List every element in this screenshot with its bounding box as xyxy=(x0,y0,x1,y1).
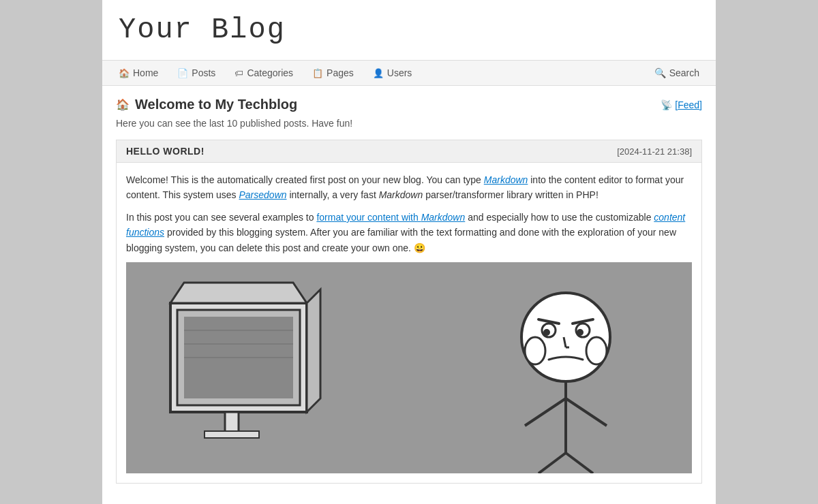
search-icon: 🔍 xyxy=(654,67,666,78)
search-button[interactable]: 🔍 Search xyxy=(645,61,709,85)
nav-categories[interactable]: 🏷 Categories xyxy=(225,61,303,85)
nav-pages-label: Pages xyxy=(327,67,354,78)
nav-home[interactable]: 🏠 Home xyxy=(109,61,168,85)
navbar-left: 🏠 Home 📄 Posts 🏷 Categories 📋 Pages 👤 Us… xyxy=(109,61,645,85)
feed-link[interactable]: 📡 [Feed] xyxy=(661,99,702,110)
nav-pages[interactable]: 📋 Pages xyxy=(303,61,363,85)
main-content: 🏠 Welcome to My Techblog 📡 [Feed] Here y… xyxy=(102,86,716,504)
post-header: HELLO WORLD! [2024-11-21 21:38] xyxy=(117,140,701,163)
home-icon: 🏠 xyxy=(119,68,130,78)
search-label: Search xyxy=(669,67,699,78)
post-paragraph-2: In this post you can see several example… xyxy=(126,210,692,255)
post-date: [2024-11-21 21:38] xyxy=(617,146,692,157)
post-paragraph-1: Welcome! This is the automatically creat… xyxy=(126,172,692,203)
nav-categories-label: Categories xyxy=(247,67,293,78)
nav-posts-label: Posts xyxy=(192,67,215,78)
page-title: Welcome to My Techblog xyxy=(135,97,297,112)
svg-marker-10 xyxy=(307,289,320,412)
svg-point-14 xyxy=(543,329,550,336)
page-title-area: 🏠 Welcome to My Techblog xyxy=(116,97,297,112)
blog-title: Your Blog xyxy=(119,14,699,46)
posts-icon: 📄 xyxy=(177,68,188,78)
navbar: 🏠 Home 📄 Posts 🏷 Categories 📋 Pages 👤 Us… xyxy=(102,60,716,86)
post-card: HELLO WORLD! [2024-11-21 21:38] Welcome!… xyxy=(116,140,702,484)
nav-users-label: Users xyxy=(387,67,412,78)
nav-users[interactable]: 👤 Users xyxy=(363,61,422,85)
parsedown-link[interactable]: Parsedown xyxy=(239,189,286,200)
svg-marker-9 xyxy=(170,283,307,303)
svg-point-15 xyxy=(577,329,584,336)
header: Your Blog xyxy=(102,0,716,60)
post-body: Welcome! This is the automatically creat… xyxy=(117,163,701,483)
markdown-link-1[interactable]: Markdown xyxy=(484,174,528,185)
svg-point-21 xyxy=(586,337,607,364)
svg-rect-4 xyxy=(225,412,239,432)
pages-icon: 📋 xyxy=(312,68,323,78)
format-content-link[interactable]: format your content with Markdown xyxy=(316,212,465,223)
feed-label: [Feed] xyxy=(675,99,702,110)
users-icon: 👤 xyxy=(373,68,384,78)
nav-posts[interactable]: 📄 Posts xyxy=(168,61,225,85)
svg-rect-5 xyxy=(204,431,259,438)
svg-point-20 xyxy=(525,337,545,364)
post-image xyxy=(126,262,692,473)
navbar-right: 🔍 Search xyxy=(645,61,709,85)
feed-rss-icon: 📡 xyxy=(661,99,672,110)
home-icon-title: 🏠 xyxy=(116,98,130,111)
page-heading: 🏠 Welcome to My Techblog 📡 [Feed] xyxy=(116,97,702,112)
page-wrapper: Your Blog 🏠 Home 📄 Posts 🏷 Categories 📋 … xyxy=(102,0,716,504)
subtitle: Here you can see the last 10 published p… xyxy=(116,118,702,129)
post-title: HELLO WORLD! xyxy=(126,146,204,157)
categories-icon: 🏷 xyxy=(234,68,243,78)
nav-home-label: Home xyxy=(133,67,158,78)
